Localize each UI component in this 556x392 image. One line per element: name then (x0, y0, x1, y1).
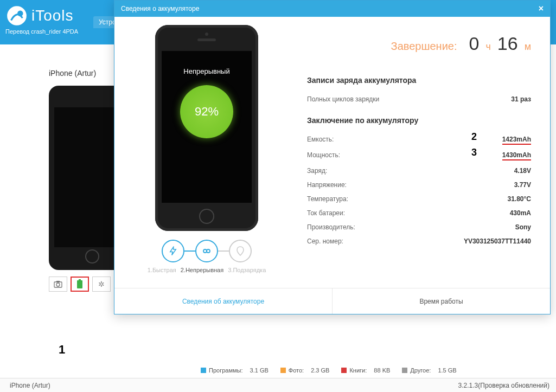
storage-books: Книги: 88 KB (341, 367, 390, 374)
spinner-icon: ✲ (98, 280, 105, 288)
row-manufacturer: Производитель:Sony (307, 220, 531, 234)
logo-area: iTools Перевод crash_rider 4PDA (0, 0, 93, 35)
row-voltage: Напряжение:3.77V (307, 178, 531, 192)
tab-battery-info[interactable]: Сведения об аккумуляторе (114, 288, 332, 314)
svg-point-4 (56, 283, 60, 286)
tab-runtime[interactable]: Время работы (332, 288, 550, 314)
storage-legend: Программы: 3.1 GB Фото: 2.3 GB Книги: 88… (201, 367, 457, 374)
pin-icon (237, 246, 244, 256)
row-capacity: 2 Емкость:1423mAh (307, 132, 531, 148)
annotation-2: 2 (471, 131, 477, 143)
svg-rect-5 (56, 281, 60, 282)
mode-trickle-icon[interactable] (229, 240, 252, 262)
svg-rect-6 (79, 279, 81, 280)
annotation-1: 1 (59, 343, 65, 357)
infinity-icon (200, 247, 213, 255)
completion-hours: 0 (469, 33, 479, 54)
loading-button[interactable]: ✲ (92, 277, 111, 292)
close-button[interactable]: × (539, 4, 544, 14)
completion-label: Завершение: (391, 40, 457, 53)
lightning-icon (168, 246, 178, 256)
phone-preview-panel: Непрерывный 92% 1.Быстрая (114, 17, 299, 288)
section-charge-records: Записи заряда аккумулятора (307, 76, 531, 85)
app-name: iTools (31, 7, 74, 24)
battery-info-modal: Сведения о аккумуляторе × Непрерывный 92… (114, 0, 551, 314)
mode-label-continuous: 2.Непрерывная (181, 267, 223, 273)
mode-label-fast: 1.Быстрая (148, 267, 176, 273)
modal-title: Сведения о аккумуляторе (121, 5, 199, 12)
mode-fast-icon[interactable] (162, 240, 184, 262)
row-serial: Сер. номер:YV303125037TT11440 (307, 234, 531, 248)
mode-continuous-icon[interactable] (195, 240, 218, 262)
mode-label-trickle: 3.Подзарядка (228, 267, 266, 273)
row-temperature: Температура:31.80°C (307, 192, 531, 206)
battery-percent-circle: 92% (180, 85, 233, 138)
screenshot-button[interactable] (49, 277, 67, 292)
completion-minutes: 16 (497, 33, 518, 54)
battery-icon (76, 279, 83, 289)
storage-other: Другое: 1.5 GB (402, 367, 456, 374)
row-cycles: Полных циклов зарядки31 раз (307, 92, 531, 106)
battery-button[interactable] (71, 277, 89, 292)
charge-mode-label: Непрерывный (183, 67, 229, 75)
row-charge: Заряд:4.18V (307, 164, 531, 178)
svg-rect-7 (77, 280, 82, 288)
status-version: 3.2.1.3(Проверка обновлений) (458, 382, 549, 389)
app-subtitle: Перевод crash_rider 4PDA (5, 28, 93, 35)
battery-info-panel: Завершение: 0 ч 16 м Записи заряда аккум… (299, 17, 550, 288)
section-conclusion: Заключение по аккумулятору (307, 116, 531, 125)
status-bar: iPhone (Artur) 3.2.1.3(Проверка обновлен… (0, 378, 556, 392)
charge-mode-selector (162, 240, 252, 262)
modal-footer-tabs: Сведения об аккумуляторе Время работы (114, 288, 550, 314)
modal-header: Сведения о аккумуляторе × (114, 1, 550, 17)
completion-row: Завершение: 0 ч 16 м (307, 33, 531, 54)
camera-icon (54, 280, 62, 288)
mode-labels: 1.Быстрая 2.Непрерывная 3.Подзарядка (148, 267, 266, 273)
row-current: Ток батареи:430mA (307, 206, 531, 220)
row-power: 3 Мощность:1430mAh (307, 148, 531, 164)
app-logo-icon (5, 4, 28, 27)
storage-apps: Программы: 3.1 GB (201, 367, 269, 374)
status-device: iPhone (Artur) (10, 382, 50, 389)
storage-photo: Фото: 2.3 GB (280, 367, 330, 374)
annotation-3: 3 (471, 147, 477, 158)
phone-mockup: Непрерывный 92% (155, 25, 258, 231)
